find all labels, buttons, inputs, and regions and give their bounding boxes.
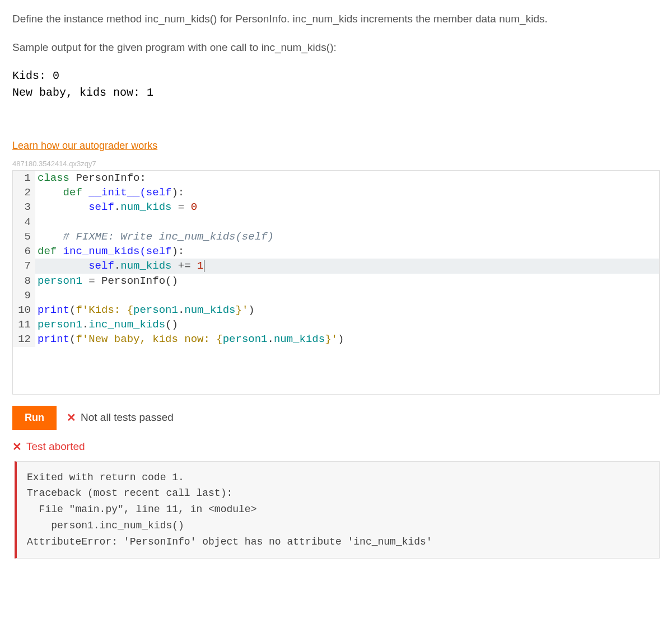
x-icon: ✕ [67,411,76,424]
code-line: class PersonInfo: [35,171,659,185]
gutter-line: 5 [13,229,35,244]
code-line: person1 = PersonInfo() [35,274,659,288]
gutter-line: 9 [13,288,35,303]
code-line: def inc_num_kids(self): [35,244,659,259]
gutter-line: 2 [13,185,35,200]
code-line: # FIXME: Write inc_num_kids(self) [35,229,659,244]
gutter-line: 12 [13,332,35,346]
test-status: ✕ Not all tests passed [67,411,174,424]
code-editor[interactable]: 1 class PersonInfo: 2 def __init__(self)… [12,170,660,395]
watermark-id: 487180.3542414.qx3zqy7 [12,160,660,168]
status-text: Not all tests passed [81,411,174,424]
code-line: print(f'New baby, kids now: {person1.num… [35,332,659,346]
code-line: print(f'Kids: {person1.num_kids}') [35,303,659,317]
test-aborted-label: ✕ Test aborted [12,440,660,453]
code-line [35,215,659,229]
gutter-line: 8 [13,274,35,288]
code-line: person1.inc_num_kids() [35,317,659,332]
gutter-line: 10 [13,303,35,317]
code-line-active: self.num_kids += 1 [35,259,659,273]
code-line: self.num_kids = 0 [35,200,659,214]
gutter-line: 1 [13,171,35,185]
gutter-line: 7 [13,259,35,273]
gutter-line: 11 [13,317,35,332]
gutter-line: 4 [13,215,35,229]
code-line: def __init__(self): [35,185,659,200]
text-cursor-icon [204,260,204,272]
problem-instructions: Define the instance method inc_num_kids(… [12,11,660,55]
sample-output: Kids: 0 New baby, kids now: 1 [12,68,660,101]
gutter-line: 6 [13,244,35,259]
gutter-line: 3 [13,200,35,214]
instruction-p2: Sample output for the given program with… [12,40,660,56]
error-output: Exited with return code 1. Traceback (mo… [15,461,660,559]
run-button[interactable]: Run [12,406,57,430]
instruction-p1: Define the instance method inc_num_kids(… [12,11,660,27]
code-line [35,288,659,303]
x-icon: ✕ [12,440,22,453]
autograder-link[interactable]: Learn how our autograder works [12,140,157,151]
